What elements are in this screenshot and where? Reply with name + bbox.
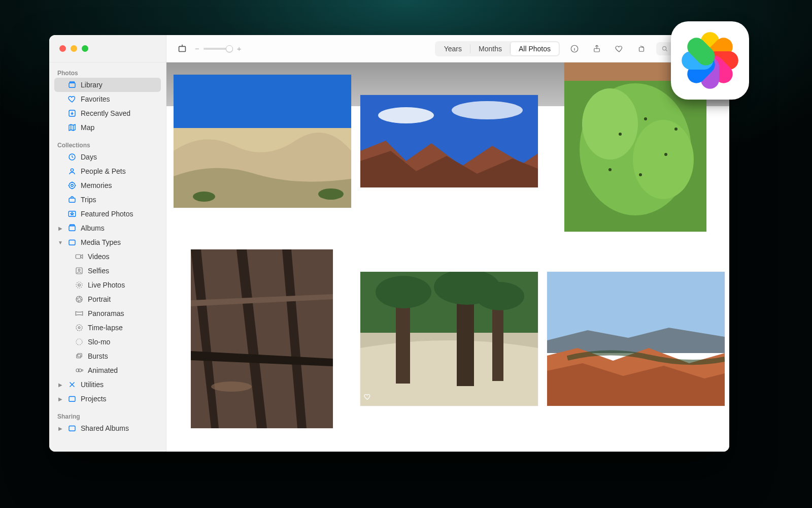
sidebar-item-map[interactable]: Map	[54, 120, 161, 135]
sidebar-item-videos[interactable]: Videos	[54, 249, 161, 264]
chevron-right-icon[interactable]: ▶	[57, 426, 63, 431]
albums-icon	[67, 224, 77, 233]
sidebar-item-bursts[interactable]: Bursts	[54, 349, 161, 363]
svg-rect-6	[70, 82, 75, 83]
svg-rect-62	[547, 272, 725, 340]
sidebar-item-days[interactable]: Days	[54, 150, 161, 164]
photo-thumbnail[interactable]	[360, 272, 538, 406]
seg-years[interactable]: Years	[436, 42, 470, 55]
minimize-window-button[interactable]	[71, 45, 77, 52]
photo-thumbnail[interactable]	[360, 95, 538, 187]
svg-point-39	[452, 101, 523, 119]
sidebar-item-recently-saved[interactable]: Recently Saved	[54, 106, 161, 120]
animated-icon	[75, 366, 84, 375]
close-window-button[interactable]	[59, 45, 66, 52]
svg-point-45	[644, 117, 647, 120]
sidebar-item-featured[interactable]: Featured Photos	[54, 207, 161, 221]
chevron-right-icon[interactable]: ▶	[57, 226, 63, 231]
svg-point-23	[76, 325, 82, 331]
svg-point-21	[76, 282, 82, 288]
zoom-control: − +	[195, 44, 242, 53]
rotate-button[interactable]	[634, 41, 649, 56]
seg-months[interactable]: Months	[470, 42, 510, 55]
info-button[interactable]	[567, 41, 582, 56]
svg-point-48	[608, 168, 612, 171]
photo-thumbnail[interactable]	[191, 249, 333, 428]
panorama-icon	[75, 309, 84, 318]
aspect-toggle-icon[interactable]	[177, 43, 188, 54]
svg-point-53	[211, 382, 252, 392]
sidebar-item-projects[interactable]: ▶ Projects	[54, 392, 161, 406]
svg-point-25	[76, 339, 82, 345]
chevron-down-icon[interactable]: ▼	[57, 240, 63, 245]
live-photo-icon	[75, 280, 84, 290]
photo-thumbnail[interactable]	[547, 272, 725, 406]
video-icon	[75, 252, 84, 261]
sidebar-item-label: Projects	[81, 395, 158, 403]
sidebar-item-albums[interactable]: ▶ Albums	[54, 221, 161, 235]
sidebar-item-label: Featured Photos	[81, 210, 158, 218]
svg-rect-15	[70, 225, 75, 226]
sidebar-item-label: People & Pets	[81, 167, 158, 175]
seg-all-photos[interactable]: All Photos	[511, 42, 559, 55]
photo-thumbnail[interactable]	[174, 75, 351, 208]
sidebar-item-label: Videos	[88, 252, 158, 261]
svg-point-36	[318, 188, 344, 200]
utilities-icon	[67, 380, 77, 389]
flower-icon	[682, 33, 738, 88]
chevron-right-icon[interactable]: ▶	[57, 396, 63, 402]
sidebar-item-people-pets[interactable]: People & Pets	[54, 164, 161, 178]
sidebar-item-portrait[interactable]: Portrait	[54, 292, 161, 306]
sidebar-item-live-photos[interactable]: Live Photos	[54, 278, 161, 292]
slomo-icon	[75, 337, 84, 346]
svg-point-22	[76, 296, 82, 302]
projects-icon	[67, 394, 77, 403]
section-sharing: Sharing	[54, 410, 161, 421]
sidebar-item-media-types[interactable]: ▼ Media Types	[54, 235, 161, 249]
sidebar-item-library[interactable]: Library	[54, 78, 161, 92]
sidebar-item-label: Bursts	[88, 352, 158, 360]
zoom-out-label[interactable]: −	[195, 44, 199, 53]
sidebar-item-trips[interactable]: Trips	[54, 193, 161, 207]
svg-point-30	[82, 370, 83, 371]
fullscreen-window-button[interactable]	[82, 45, 88, 52]
sidebar-item-label: Map	[81, 123, 158, 132]
svg-rect-3	[639, 47, 644, 51]
svg-rect-12	[69, 198, 75, 202]
svg-rect-16	[69, 240, 75, 245]
favorite-button[interactable]	[612, 41, 627, 56]
sidebar-item-timelapse[interactable]: Time-lapse	[54, 321, 161, 335]
svg-rect-27	[78, 354, 82, 357]
bursts-icon	[75, 352, 84, 361]
toolbar-main: − + Years Months All Photos	[166, 41, 729, 56]
sidebar-item-animated[interactable]: Animated	[54, 363, 161, 377]
person-icon	[67, 167, 77, 176]
section-photos: Photos	[54, 67, 161, 78]
sidebar-item-slomo[interactable]: Slo-mo	[54, 335, 161, 349]
sidebar-item-favorites[interactable]: Favorites	[54, 92, 161, 106]
sidebar-item-label: Utilities	[81, 380, 158, 389]
svg-point-49	[674, 128, 678, 131]
zoom-slider[interactable]	[204, 48, 233, 50]
chevron-right-icon[interactable]: ▶	[57, 382, 63, 388]
sidebar-item-label: Media Types	[81, 238, 158, 246]
svg-point-4	[663, 46, 666, 50]
svg-point-29	[79, 369, 82, 372]
content-area: Jul 26, 2024 Filter	[166, 62, 729, 452]
svg-rect-0	[179, 46, 186, 51]
sidebar-item-memories[interactable]: Memories	[54, 178, 161, 193]
sidebar-item-utilities[interactable]: ▶ Utilities	[54, 377, 161, 392]
sidebar-item-selfies[interactable]: Selfies	[54, 264, 161, 278]
share-button[interactable]	[589, 41, 604, 56]
sidebar-item-shared-albums[interactable]: ▶ Shared Albums	[54, 421, 161, 435]
selfie-icon	[75, 266, 84, 275]
sidebar-item-label: Favorites	[81, 95, 158, 103]
library-icon	[67, 80, 77, 89]
zoom-slider-knob[interactable]	[226, 45, 233, 52]
sidebar-item-panoramas[interactable]: Panoramas	[54, 306, 161, 321]
photo-grid	[166, 106, 729, 121]
svg-point-24	[78, 327, 80, 329]
zoom-in-label[interactable]: +	[237, 44, 242, 53]
sidebar-item-label: Memories	[81, 181, 158, 189]
sidebar: Photos Library Favorites Recently Saved …	[49, 62, 166, 452]
